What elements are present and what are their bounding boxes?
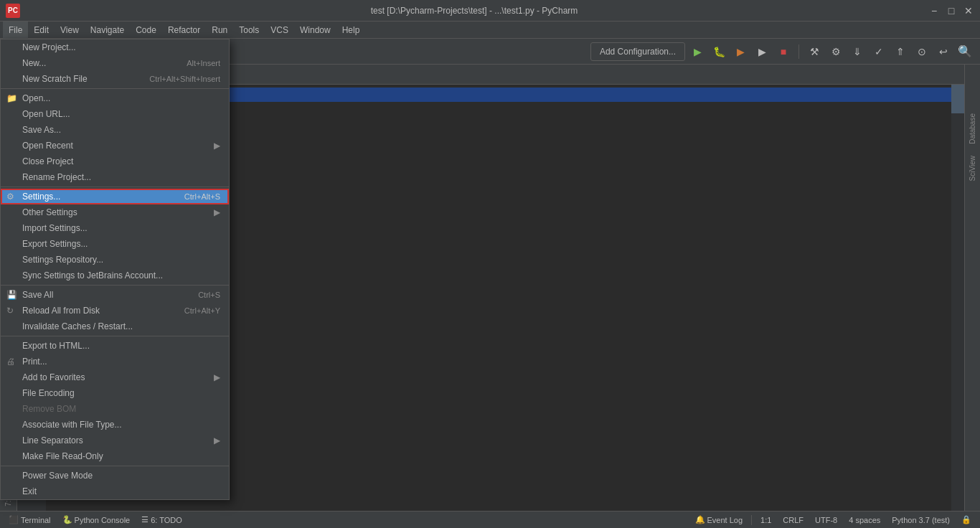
settings-shortcut: Ctrl+Alt+S bbox=[184, 192, 220, 201]
menu-item-open-url[interactable]: Open URL... bbox=[1, 106, 229, 122]
lock-icon: 🔒 bbox=[961, 515, 971, 524]
menu-file[interactable]: File bbox=[3, 22, 28, 39]
menu-run[interactable]: Run bbox=[206, 22, 233, 39]
event-log-button[interactable]: 🔔 Event Log bbox=[692, 515, 746, 524]
menu-item-new-project[interactable]: New Project... bbox=[1, 39, 229, 55]
menu-item-power-save[interactable]: Power Save Mode bbox=[1, 468, 229, 484]
menu-code[interactable]: Code bbox=[130, 22, 162, 39]
menu-item-other-settings[interactable]: Other Settings ▶ bbox=[1, 204, 229, 220]
bottom-status-bar: ⬛ Terminal 🐍 Python Console ☰ 6: TODO 🔔 … bbox=[0, 511, 980, 528]
line-separator-button[interactable]: CRLF bbox=[780, 516, 806, 524]
menu-item-save-as[interactable]: Save As... bbox=[1, 122, 229, 138]
menu-item-invalidate[interactable]: Invalidate Caches / Restart... bbox=[1, 319, 229, 334]
line-separators-label: Line Separators bbox=[22, 435, 83, 446]
add-favorites-arrow: ▶ bbox=[214, 372, 220, 382]
menu-item-remove-bom: Remove BOM bbox=[1, 401, 229, 417]
other-settings-arrow: ▶ bbox=[214, 207, 220, 217]
menu-vcs[interactable]: VCS bbox=[265, 22, 294, 39]
menu-help[interactable]: Help bbox=[336, 22, 366, 39]
run-button[interactable]: ▶ bbox=[688, 42, 707, 61]
minimize-button[interactable]: − bbox=[928, 5, 940, 16]
file-dropdown-menu: New Project... New... Alt+Insert New Scr… bbox=[0, 39, 230, 500]
terminal-label: Terminal bbox=[21, 516, 51, 524]
reload-label: Reload All from Disk bbox=[22, 306, 100, 316]
menu-item-exit[interactable]: Exit bbox=[1, 484, 229, 499]
cursor-position[interactable]: 1:1 bbox=[758, 516, 774, 524]
menu-item-settings[interactable]: ⚙ Settings... Ctrl+Alt+S bbox=[1, 189, 229, 204]
separator-5 bbox=[1, 466, 229, 466]
separator-2 bbox=[1, 187, 229, 187]
python-version-button[interactable]: Python 3.7 (test) bbox=[889, 516, 953, 524]
line-sep-label: CRLF bbox=[783, 516, 804, 524]
menu-item-rename-project[interactable]: Rename Project... bbox=[1, 169, 229, 185]
rename-project-label: Rename Project... bbox=[22, 172, 91, 182]
sidebar-item-database[interactable]: Database bbox=[967, 108, 978, 150]
menu-item-line-separators[interactable]: Line Separators ▶ bbox=[1, 433, 229, 448]
stop-btn[interactable]: ■ bbox=[774, 42, 793, 61]
save-all-shortcut: Ctrl+S bbox=[198, 291, 220, 299]
file-encoding-label: File Encoding bbox=[22, 388, 75, 398]
close-button[interactable]: ✕ bbox=[963, 5, 974, 16]
menu-item-file-encoding[interactable]: File Encoding bbox=[1, 385, 229, 401]
debug-button[interactable]: 🐛 bbox=[710, 42, 728, 61]
menu-tools[interactable]: Tools bbox=[233, 22, 265, 39]
vcs-push-btn[interactable]: ⇑ bbox=[891, 42, 910, 61]
run-with-coverage-btn[interactable]: ▶ bbox=[731, 42, 750, 61]
profile-btn[interactable]: ▶ bbox=[753, 42, 771, 61]
menu-item-export-html[interactable]: Export to HTML... bbox=[1, 338, 229, 354]
build-btn[interactable]: ⚒ bbox=[805, 42, 824, 61]
indent-button[interactable]: 4 spaces bbox=[846, 516, 883, 524]
print-icon: 🖨 bbox=[6, 357, 15, 367]
python-console-icon: 🐍 bbox=[62, 515, 72, 524]
vcs-commit-btn[interactable]: ✓ bbox=[870, 42, 888, 61]
new-label: New... bbox=[22, 58, 46, 68]
new-shortcut: Alt+Insert bbox=[187, 59, 220, 67]
vcs-update-btn[interactable]: ⇓ bbox=[848, 42, 867, 61]
menu-view[interactable]: View bbox=[55, 22, 85, 39]
encoding-button[interactable]: UTF-8 bbox=[812, 516, 840, 524]
menu-item-export-settings[interactable]: Export Settings... bbox=[1, 236, 229, 252]
vcs-history-btn[interactable]: ⊙ bbox=[913, 42, 931, 61]
python-console-button[interactable]: 🐍 Python Console bbox=[60, 515, 133, 524]
todo-label: 6: TODO bbox=[151, 516, 182, 524]
menu-item-new[interactable]: New... Alt+Insert bbox=[1, 55, 229, 71]
invalidate-label: Invalidate Caches / Restart... bbox=[22, 321, 133, 331]
titlebar: PC test [D:\Pycharm-Projects\test] - ...… bbox=[0, 0, 980, 22]
minimap-indicator[interactable] bbox=[951, 85, 964, 113]
lock-button[interactable]: 🔒 bbox=[958, 515, 974, 524]
menu-navigate[interactable]: Navigate bbox=[85, 22, 130, 39]
menu-item-settings-repo[interactable]: Settings Repository... bbox=[1, 252, 229, 268]
todo-button[interactable]: ☰ 6: TODO bbox=[138, 515, 185, 524]
menu-refactor[interactable]: Refactor bbox=[162, 22, 206, 39]
menu-item-make-readonly[interactable]: Make File Read-Only bbox=[1, 448, 229, 464]
menu-item-new-scratch[interactable]: New Scratch File Ctrl+Alt+Shift+Insert bbox=[1, 71, 229, 87]
sync-settings-label: Sync Settings to JetBrains Account... bbox=[22, 270, 163, 280]
settings-label: Settings... bbox=[22, 192, 60, 202]
menu-edit[interactable]: Edit bbox=[28, 22, 55, 39]
menu-item-import-settings[interactable]: Import Settings... bbox=[1, 220, 229, 236]
menu-item-save-all[interactable]: 💾 Save All Ctrl+S bbox=[1, 287, 229, 303]
sidebar-item-sciview[interactable]: SciView bbox=[967, 150, 978, 187]
menu-item-add-favorites[interactable]: Add to Favorites ▶ bbox=[1, 369, 229, 385]
settings-btn[interactable]: ⚙ bbox=[826, 42, 845, 61]
event-log-label: Event Log bbox=[707, 516, 743, 524]
menu-window[interactable]: Window bbox=[294, 22, 336, 39]
add-configuration-button[interactable]: Add Configuration... bbox=[590, 42, 685, 61]
maximize-button[interactable]: □ bbox=[946, 5, 957, 16]
menu-item-open-recent[interactable]: Open Recent ▶ bbox=[1, 138, 229, 154]
close-project-label: Close Project bbox=[22, 156, 73, 166]
new-project-label: New Project... bbox=[22, 42, 76, 52]
menu-item-associate-file-type[interactable]: Associate with File Type... bbox=[1, 417, 229, 433]
menu-item-sync-settings[interactable]: Sync Settings to JetBrains Account... bbox=[1, 268, 229, 283]
search-toolbar-button[interactable]: 🔍 bbox=[956, 42, 974, 61]
vcs-revert-btn[interactable]: ↩ bbox=[934, 42, 953, 61]
terminal-button[interactable]: ⬛ Terminal bbox=[6, 515, 54, 524]
menu-item-reload[interactable]: ↻ Reload All from Disk Ctrl+Alt+Y bbox=[1, 303, 229, 319]
save-as-label: Save As... bbox=[22, 125, 61, 135]
far-right-panel: Database SciView bbox=[964, 65, 980, 511]
menu-item-print[interactable]: 🖨 Print... bbox=[1, 354, 229, 369]
new-scratch-label: New Scratch File bbox=[22, 74, 88, 84]
menu-item-open[interactable]: 📁 Open... bbox=[1, 90, 229, 106]
menu-item-close-project[interactable]: Close Project bbox=[1, 154, 229, 169]
todo-icon: ☰ bbox=[141, 515, 149, 524]
